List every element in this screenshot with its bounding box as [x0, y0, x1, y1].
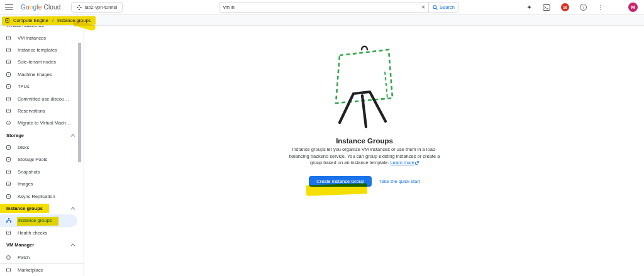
- disks-icon: [6, 145, 11, 150]
- instance-groups-empty-state: Instance Groups Instance groups let you …: [85, 26, 644, 187]
- project-selector[interactable]: lab2-vpn-tunnel: [71, 2, 123, 13]
- sole-tenant-nodes-icon: [6, 60, 11, 64]
- google-cloud-console: GoogleCloud lab2-vpn-tunnel ✕ Search ✦ 1…: [0, 0, 644, 276]
- topbar-actions: ✦ 16 ? ⋮ M: [527, 3, 638, 12]
- help-icon[interactable]: ?: [580, 4, 587, 11]
- sidebar-item-marketplace[interactable]: Marketplace: [0, 264, 84, 276]
- breadcrumb: Compute Engine / Instance groups: [0, 15, 644, 26]
- breadcrumb-product[interactable]: Compute Engine: [13, 18, 48, 23]
- collapse-icon: [70, 26, 75, 29]
- section-instance-groups[interactable]: Instance groups: [0, 202, 84, 214]
- easel-illustration: [326, 40, 404, 132]
- vm-instances-icon: [6, 36, 11, 40]
- create-instance-group-button[interactable]: Create Instance Group: [309, 176, 372, 187]
- sidebar-item-images[interactable]: Images: [0, 178, 84, 190]
- images-icon: [6, 182, 11, 186]
- sidebar-item-instance-groups[interactable]: Instance groups: [0, 214, 77, 226]
- learn-more-link[interactable]: Learn more: [391, 160, 419, 165]
- sidebar-item-patch[interactable]: Patch: [0, 251, 84, 263]
- sidebar-item-disks[interactable]: Disks: [0, 141, 84, 153]
- collapse-icon: [70, 207, 75, 211]
- section-virtual-machines[interactable]: Virtual machines: [0, 26, 84, 31]
- sidebar-nav: Virtual machines VM instances Instance t…: [0, 26, 84, 276]
- migrate-icon: [6, 121, 11, 125]
- menu-icon[interactable]: [5, 4, 13, 10]
- gemini-icon[interactable]: ✦: [527, 4, 532, 11]
- sidebar-item-storage-pools[interactable]: Storage Pools: [0, 153, 84, 165]
- health-checks-icon: [6, 231, 11, 235]
- sidebar-item-machine-images[interactable]: Machine images: [0, 69, 84, 80]
- patch-icon: [6, 255, 11, 260]
- sidebar-item-tpus[interactable]: TPUs: [0, 80, 84, 92]
- snapshots-icon: [6, 170, 11, 174]
- sidebar-item-snapshots[interactable]: Snapshots: [0, 166, 84, 178]
- search-input[interactable]: [219, 3, 418, 12]
- clear-search-icon[interactable]: ✕: [418, 3, 428, 12]
- cloud-shell-icon[interactable]: [543, 4, 550, 11]
- instance-groups-icon: [6, 218, 11, 223]
- collapse-icon: [70, 244, 75, 248]
- sidebar-item-reservations[interactable]: Reservations: [0, 105, 84, 117]
- async-replication-icon: [6, 194, 11, 199]
- more-options-icon[interactable]: ⋮: [597, 4, 604, 11]
- sidebar-item-committed-use-discounts[interactable]: Committed use discou…: [0, 92, 84, 104]
- section-vm-manager[interactable]: VM Manager: [0, 239, 84, 251]
- tpus-icon: [6, 84, 11, 89]
- compute-engine-icon: [4, 18, 10, 23]
- section-storage[interactable]: Storage: [0, 130, 84, 141]
- sidebar-item-migrate-to-virtual-machines[interactable]: Migrate to Virtual Mach…: [0, 117, 84, 129]
- sidebar-item-vm-instances[interactable]: VM instances: [0, 31, 84, 43]
- breadcrumb-separator: /: [52, 18, 54, 23]
- action-row: Create Instance Group Take the quick sta…: [309, 176, 420, 187]
- external-link-icon: [415, 161, 419, 165]
- breadcrumb-page: Instance groups: [57, 18, 91, 23]
- sidebar-item-sole-tenant-nodes[interactable]: Sole-tenant nodes: [0, 56, 84, 68]
- sidebar-item-async-replication[interactable]: Async Replication: [0, 190, 84, 202]
- notifications-badge[interactable]: 16: [561, 3, 569, 11]
- marketplace-icon: [6, 268, 11, 272]
- account-avatar[interactable]: M: [628, 3, 638, 12]
- project-name: lab2-vpn-tunnel: [85, 4, 118, 10]
- sidebar-item-instance-templates[interactable]: Instance templates: [0, 44, 84, 56]
- google-cloud-logo[interactable]: GoogleCloud: [21, 4, 61, 11]
- instance-templates-icon: [6, 48, 11, 52]
- page-title: Instance Groups: [336, 137, 393, 145]
- sidebar-scrollbar[interactable]: [78, 43, 81, 162]
- collapse-icon: [70, 134, 75, 138]
- top-bar: GoogleCloud lab2-vpn-tunnel ✕ Search ✦ 1…: [0, 0, 644, 15]
- search-button[interactable]: Search: [428, 3, 458, 12]
- committed-use-discounts-icon: [6, 97, 11, 101]
- storage-pools-icon: [6, 157, 11, 162]
- reservations-icon: [6, 109, 11, 113]
- sidebar-item-health-checks[interactable]: Health checks: [0, 227, 84, 239]
- take-quick-start-link[interactable]: Take the quick start: [379, 179, 420, 184]
- main-content: Instance Groups Instance groups let you …: [85, 26, 644, 276]
- search-bar: ✕ Search: [219, 2, 459, 13]
- page-description: Instance groups let you organize VM inst…: [289, 146, 440, 167]
- project-icon: [77, 5, 82, 10]
- machine-images-icon: [6, 72, 11, 77]
- search-icon: [433, 5, 438, 10]
